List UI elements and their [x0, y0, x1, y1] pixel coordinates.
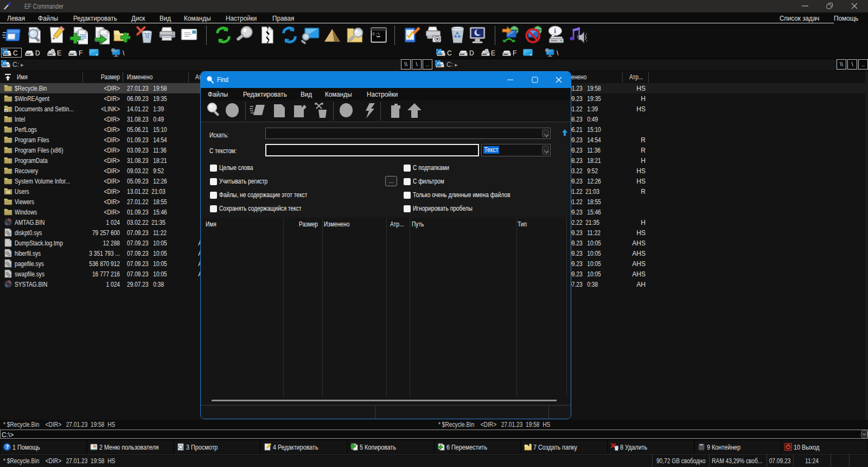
- svg-text:C:\: C:\: [373, 32, 380, 36]
- svg-text:?: ?: [5, 444, 9, 450]
- svg-text:i: i: [554, 27, 556, 35]
